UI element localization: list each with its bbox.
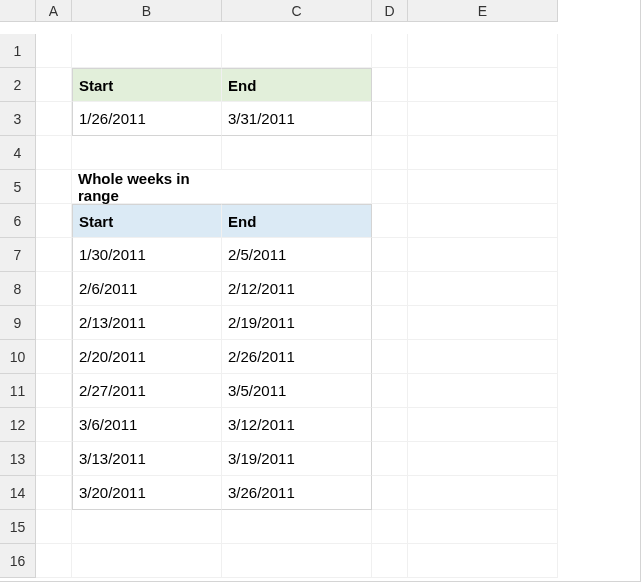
row-header-16[interactable]: 16 [0,544,36,578]
row-header-2[interactable]: 2 [0,68,36,102]
cell-C14[interactable]: 3/26/2011 [222,476,372,510]
cell-A1[interactable] [36,34,72,68]
row-header-8[interactable]: 8 [0,272,36,306]
cell-B5-section-title[interactable]: Whole weeks in range [72,170,222,204]
cell-E16[interactable] [408,544,558,578]
cell-B8[interactable]: 2/6/2011 [72,272,222,306]
cell-B1[interactable] [72,34,222,68]
cell-B11[interactable]: 2/27/2011 [72,374,222,408]
cell-B3-range-start-value[interactable]: 1/26/2011 [72,102,222,136]
cell-C9[interactable]: 2/19/2011 [222,306,372,340]
col-header-B[interactable]: B [72,0,222,22]
cell-B9[interactable]: 2/13/2011 [72,306,222,340]
cell-B4[interactable] [72,136,222,170]
cell-D5[interactable] [372,170,408,204]
col-header-A[interactable]: A [36,0,72,22]
col-header-E[interactable]: E [408,0,558,22]
cell-D3[interactable] [372,102,408,136]
cell-A7[interactable] [36,238,72,272]
row-header-6[interactable]: 6 [0,204,36,238]
row-header-5[interactable]: 5 [0,170,36,204]
cell-A13[interactable] [36,442,72,476]
cell-E7[interactable] [408,238,558,272]
cell-B15[interactable] [72,510,222,544]
cell-D4[interactable] [372,136,408,170]
cell-A11[interactable] [36,374,72,408]
cell-B16[interactable] [72,544,222,578]
row-header-15[interactable]: 15 [0,510,36,544]
row-header-4[interactable]: 4 [0,136,36,170]
cell-A14[interactable] [36,476,72,510]
cell-B7[interactable]: 1/30/2011 [72,238,222,272]
cell-A5[interactable] [36,170,72,204]
row-header-3[interactable]: 3 [0,102,36,136]
cell-E10[interactable] [408,340,558,374]
col-header-D[interactable]: D [372,0,408,22]
row-header-1[interactable]: 1 [0,34,36,68]
cell-D2[interactable] [372,68,408,102]
cell-A2[interactable] [36,68,72,102]
cell-C12[interactable]: 3/12/2011 [222,408,372,442]
row-header-9[interactable]: 9 [0,306,36,340]
row-header-10[interactable]: 10 [0,340,36,374]
cell-D6[interactable] [372,204,408,238]
cell-A6[interactable] [36,204,72,238]
cell-C16[interactable] [222,544,372,578]
cell-C13[interactable]: 3/19/2011 [222,442,372,476]
cell-D15[interactable] [372,510,408,544]
select-all-corner[interactable] [0,0,36,22]
cell-C3-range-end-value[interactable]: 3/31/2011 [222,102,372,136]
cell-A16[interactable] [36,544,72,578]
cell-D11[interactable] [372,374,408,408]
cell-A9[interactable] [36,306,72,340]
row-header-14[interactable]: 14 [0,476,36,510]
cell-C1[interactable] [222,34,372,68]
cell-E4[interactable] [408,136,558,170]
cell-A8[interactable] [36,272,72,306]
cell-E2[interactable] [408,68,558,102]
cell-E5[interactable] [408,170,558,204]
row-header-11[interactable]: 11 [0,374,36,408]
col-header-C[interactable]: C [222,0,372,22]
cell-A3[interactable] [36,102,72,136]
cell-C4[interactable] [222,136,372,170]
cell-A4[interactable] [36,136,72,170]
cell-D14[interactable] [372,476,408,510]
cell-D8[interactable] [372,272,408,306]
cell-D1[interactable] [372,34,408,68]
cell-E15[interactable] [408,510,558,544]
cell-C6-weeks-end-header[interactable]: End [222,204,372,238]
cell-E12[interactable] [408,408,558,442]
cell-E3[interactable] [408,102,558,136]
cell-C5[interactable] [222,170,372,204]
cell-B12[interactable]: 3/6/2011 [72,408,222,442]
cell-C15[interactable] [222,510,372,544]
cell-E9[interactable] [408,306,558,340]
cell-D7[interactable] [372,238,408,272]
cell-D10[interactable] [372,340,408,374]
cell-D9[interactable] [372,306,408,340]
cell-B10[interactable]: 2/20/2011 [72,340,222,374]
cell-D16[interactable] [372,544,408,578]
cell-C2-range-end-header[interactable]: End [222,68,372,102]
cell-E6[interactable] [408,204,558,238]
cell-B13[interactable]: 3/13/2011 [72,442,222,476]
cell-C11[interactable]: 3/5/2011 [222,374,372,408]
cell-C7[interactable]: 2/5/2011 [222,238,372,272]
cell-A15[interactable] [36,510,72,544]
cell-E11[interactable] [408,374,558,408]
cell-E8[interactable] [408,272,558,306]
row-header-13[interactable]: 13 [0,442,36,476]
row-header-7[interactable]: 7 [0,238,36,272]
cell-E1[interactable] [408,34,558,68]
cell-B2-range-start-header[interactable]: Start [72,68,222,102]
cell-A10[interactable] [36,340,72,374]
cell-E13[interactable] [408,442,558,476]
cell-C10[interactable]: 2/26/2011 [222,340,372,374]
cell-D12[interactable] [372,408,408,442]
cell-B14[interactable]: 3/20/2011 [72,476,222,510]
cell-A12[interactable] [36,408,72,442]
spreadsheet-grid[interactable]: A B C D E 1 2 Start End 3 1/26/2011 3/31… [0,0,641,582]
cell-E14[interactable] [408,476,558,510]
cell-D13[interactable] [372,442,408,476]
